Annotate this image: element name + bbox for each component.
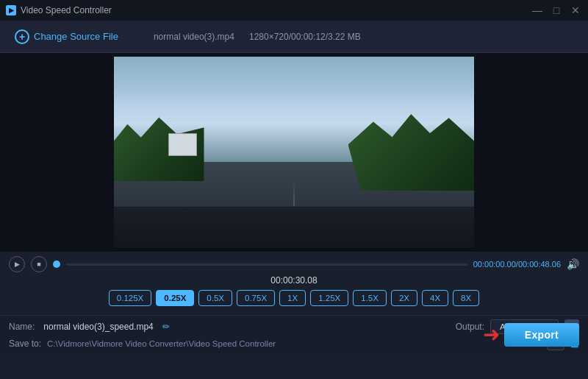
dashboard-decor: [114, 206, 474, 248]
save-path: C:\Vidmore\Vidmore Video Converter\Video…: [47, 339, 541, 348]
file-meta: 1280×720/00:00:12/3.22 MB: [249, 32, 361, 42]
change-source-button[interactable]: + Change Source File: [9, 26, 124, 47]
billboard-decor: [168, 133, 197, 156]
app-icon: ▶: [6, 5, 16, 15]
speed-btn-075X[interactable]: 0.75X: [237, 290, 275, 306]
video-preview[interactable]: [114, 57, 474, 248]
toolbar: + Change Source File normal video(3).mp4…: [0, 21, 588, 53]
window-controls: — □ ✕: [531, 4, 582, 17]
progress-dot: [53, 261, 60, 268]
titlebar-left: ▶ Video Speed Controller: [6, 5, 112, 15]
speed-buttons: 0.125X0.25X0.5X0.75X1X1.25X1.5X2X4X8X: [9, 290, 579, 306]
time-display: 00:00:00.00/00:00:48.06: [473, 260, 561, 269]
speed-btn-15X[interactable]: 1.5X: [353, 290, 387, 306]
timestamp-center: 00:00:30.08: [9, 275, 579, 286]
speed-btn-125X[interactable]: 1.25X: [310, 290, 348, 306]
volume-icon[interactable]: 🔊: [567, 258, 579, 270]
speed-btn-05X[interactable]: 0.5X: [198, 290, 232, 306]
add-icon: +: [15, 29, 29, 44]
app-title: Video Speed Controller: [21, 5, 112, 15]
controls-area: ▶ ■ 00:00:00.00/00:00:48.06 🔊 00:00:30.0…: [0, 252, 588, 315]
minimize-button[interactable]: —: [531, 4, 544, 17]
output-filename: normal video(3)_speed.mp4: [43, 322, 153, 332]
titlebar: ▶ Video Speed Controller — □ ✕: [0, 0, 588, 21]
speed-btn-1X[interactable]: 1X: [279, 290, 306, 306]
speed-btn-8X[interactable]: 8X: [453, 290, 479, 306]
maximize-button[interactable]: □: [550, 4, 563, 17]
output-label: Output:: [456, 322, 484, 332]
play-button[interactable]: ▶: [9, 256, 25, 272]
export-area: ➜ Export: [483, 322, 579, 347]
bottom-bar: Name: normal video(3)_speed.mp4 ✏ Output…: [0, 315, 588, 354]
name-label: Name:: [9, 322, 35, 332]
change-source-label: Change Source File: [34, 31, 118, 42]
saveto-label: Save to:: [9, 339, 41, 349]
file-info: normal video(3).mp4 1280×720/00:00:12/3.…: [154, 32, 361, 42]
file-name: normal video(3).mp4: [154, 32, 234, 42]
close-button[interactable]: ✕: [569, 4, 582, 17]
edit-icon[interactable]: ✏: [162, 322, 170, 332]
speed-btn-025X[interactable]: 0.25X: [156, 290, 194, 306]
trees-right-decor: [348, 114, 475, 191]
video-area: [0, 53, 588, 252]
speed-btn-0125X[interactable]: 0.125X: [109, 290, 151, 306]
export-button[interactable]: Export: [504, 323, 579, 347]
arrow-icon: ➜: [483, 322, 500, 347]
playback-bar: ▶ ■ 00:00:00.00/00:00:48.06 🔊: [9, 256, 579, 272]
progress-track[interactable]: [66, 263, 467, 266]
speed-btn-4X[interactable]: 4X: [422, 290, 448, 306]
stop-button[interactable]: ■: [31, 256, 47, 272]
speed-btn-2X[interactable]: 2X: [391, 290, 417, 306]
